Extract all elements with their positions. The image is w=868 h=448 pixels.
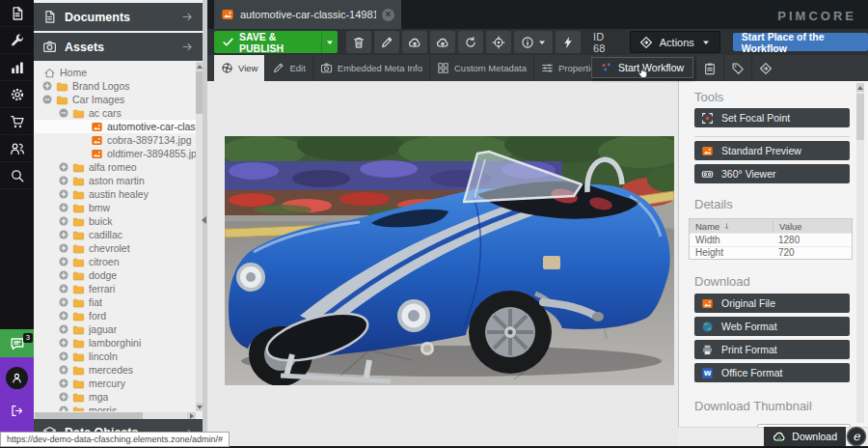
- expand-icon[interactable]: [58, 337, 69, 349]
- tab-edit[interactable]: Edit: [265, 55, 312, 81]
- tree-item-bmw[interactable]: bmw: [34, 201, 196, 214]
- expand-icon[interactable]: [58, 188, 69, 200]
- upload-zip-button[interactable]: [430, 31, 455, 53]
- web-format-button[interactable]: Web Format: [694, 317, 850, 336]
- close-icon[interactable]: ✕: [382, 9, 394, 21]
- delete-button[interactable]: [346, 31, 371, 53]
- expand-icon[interactable]: [58, 229, 69, 240]
- side-panel-scrollbar[interactable]: [856, 83, 864, 423]
- expand-icon[interactable]: [58, 283, 69, 294]
- tree-item-lincoln[interactable]: lincoln: [34, 350, 196, 363]
- expand-icon[interactable]: [58, 391, 69, 403]
- rail-item-logout[interactable]: [0, 398, 34, 423]
- tree-item-cobra-3897134-jpg[interactable]: cobra-3897134.jpg: [34, 133, 196, 147]
- tab-view[interactable]: View: [214, 55, 265, 81]
- tree-item-jaguar[interactable]: jaguar: [34, 322, 196, 336]
- 360-viewer-button[interactable]: 360° Viewer: [694, 164, 850, 183]
- print-format-button[interactable]: Print Format: [694, 340, 850, 359]
- rail-item-documents[interactable]: [0, 0, 34, 27]
- collapse-icon[interactable]: [41, 94, 53, 105]
- rename-button[interactable]: [374, 31, 399, 53]
- tree-item-mercedes[interactable]: mercedes: [34, 363, 196, 377]
- locate-in-tree-button[interactable]: [486, 31, 511, 53]
- schedule-button[interactable]: [695, 55, 723, 81]
- expand-icon[interactable]: [58, 215, 69, 227]
- tree-item-mercury[interactable]: mercury: [34, 377, 196, 390]
- tree-item-mga[interactable]: mga: [34, 390, 196, 404]
- original-file-button[interactable]: Original File: [694, 294, 850, 313]
- tab-custom-metadata[interactable]: Custom Metadata: [430, 55, 534, 81]
- elements-logo[interactable]: e: [846, 426, 867, 447]
- reload-button[interactable]: [458, 31, 483, 53]
- tag-button[interactable]: [723, 55, 751, 81]
- rail-item-ecommerce[interactable]: [0, 108, 34, 135]
- expand-icon[interactable]: [58, 202, 69, 213]
- collapse-icon[interactable]: [58, 107, 69, 119]
- expand-icon[interactable]: [58, 175, 69, 186]
- tree-item-car-images[interactable]: Car Images: [34, 93, 196, 106]
- tree-item-chevrolet[interactable]: chevrolet: [34, 241, 196, 255]
- save-split-caret[interactable]: [321, 31, 338, 53]
- scroll-down-arrow[interactable]: [196, 403, 203, 411]
- scroll-thumb[interactable]: [856, 94, 864, 140]
- tree-item-aston-martin[interactable]: aston martin: [34, 174, 196, 187]
- set-focal-point-button[interactable]: Set Focal Point: [694, 108, 850, 127]
- tree-item-ac-cars[interactable]: ac cars: [34, 106, 196, 120]
- tree-item-automotive-car-classic-14[interactable]: automotive-car-classic-14: [34, 120, 196, 133]
- standard-preview-button[interactable]: Standard Preview: [694, 141, 850, 160]
- upload-button[interactable]: [402, 31, 427, 53]
- expand-icon[interactable]: [41, 80, 53, 92]
- tree-item-fiat[interactable]: fiat: [34, 295, 196, 309]
- scroll-thumb[interactable]: [196, 71, 203, 114]
- panel-header-documents[interactable]: Documents: [34, 3, 203, 31]
- tree-item-lamborghini[interactable]: lamborghini: [34, 336, 196, 350]
- rail-item-chat[interactable]: 3: [0, 329, 34, 357]
- expand-icon[interactable]: [58, 310, 69, 322]
- rail-item-reports[interactable]: [0, 54, 34, 81]
- tree-item-oldtimer-3894855-jpg[interactable]: oldtimer-3894855.jpg: [34, 147, 196, 160]
- tab-embedded-meta-info[interactable]: Embedded Meta Info: [313, 55, 430, 81]
- tree-item-dodge[interactable]: dodge: [34, 268, 196, 282]
- scroll-right-arrow[interactable]: [187, 412, 196, 419]
- tree-item-citroen[interactable]: citroen: [34, 255, 196, 268]
- expand-icon[interactable]: [58, 378, 69, 389]
- tree-item-alfa-romeo[interactable]: alfa romeo: [34, 160, 196, 174]
- expand-icon[interactable]: [58, 364, 69, 376]
- tree-item-buick[interactable]: buick: [34, 214, 196, 228]
- splitter-collapse-icon[interactable]: [202, 216, 206, 224]
- expand-icon[interactable]: [58, 296, 69, 308]
- column-name[interactable]: Name: [690, 221, 773, 232]
- expand-icon[interactable]: [58, 323, 69, 335]
- expand-icon[interactable]: [58, 161, 69, 173]
- tree-item-austin-healey[interactable]: austin healey: [34, 187, 196, 201]
- scroll-up-arrow[interactable]: [196, 62, 203, 70]
- rail-item-account[interactable]: [6, 367, 28, 389]
- rail-item-tools[interactable]: [0, 27, 34, 54]
- scroll-thumb[interactable]: [35, 412, 143, 419]
- office-format-button[interactable]: WOffice Format: [694, 363, 850, 382]
- rail-item-users[interactable]: [0, 135, 34, 162]
- scroll-up-arrow[interactable]: [856, 83, 864, 92]
- tree-vertical-scrollbar[interactable]: [196, 62, 203, 411]
- expand-icon[interactable]: [58, 242, 69, 254]
- asset-tab[interactable]: automotive-car-classic-149813.jpg ✕: [214, 0, 401, 29]
- tree-item-cadillac[interactable]: cadillac: [34, 228, 196, 241]
- column-value[interactable]: Value: [773, 221, 852, 232]
- workflow-button[interactable]: [751, 55, 779, 81]
- download-button[interactable]: Download: [764, 427, 846, 446]
- tree-horizontal-scrollbar[interactable]: [34, 412, 196, 419]
- expand-icon[interactable]: [58, 256, 69, 267]
- expand-icon[interactable]: [58, 269, 69, 281]
- rail-item-settings[interactable]: [0, 81, 34, 108]
- tree-item-home[interactable]: Home: [34, 66, 196, 79]
- expand-icon[interactable]: [58, 405, 69, 411]
- tree-item-ferrari[interactable]: ferrari: [34, 282, 196, 295]
- info-button[interactable]: [514, 31, 553, 53]
- panel-header-assets[interactable]: Assets: [34, 33, 203, 61]
- tree-item-morris[interactable]: morris: [34, 404, 196, 411]
- expand-icon[interactable]: [58, 350, 69, 362]
- save-publish-button[interactable]: SAVE & PUBLISH: [214, 31, 338, 53]
- rail-item-search[interactable]: [0, 162, 34, 189]
- tree-item-ford[interactable]: ford: [34, 309, 196, 322]
- actions-button[interactable]: Actions: [630, 31, 720, 53]
